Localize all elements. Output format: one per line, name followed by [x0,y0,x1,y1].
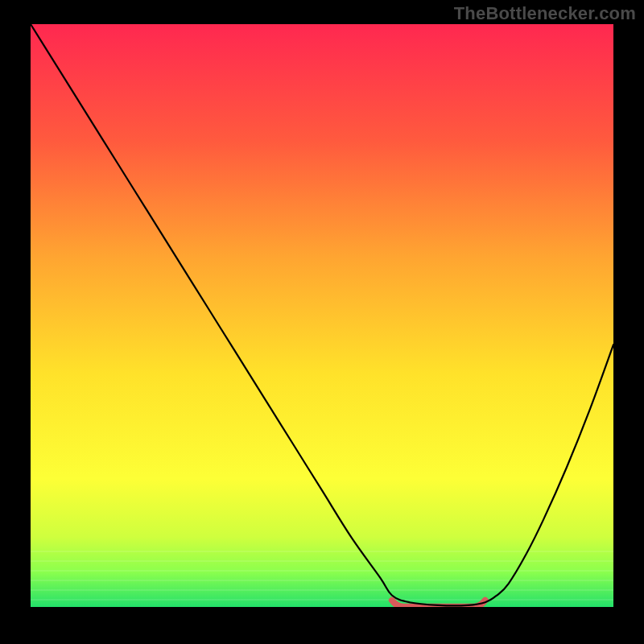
bottom-band-line [31,580,613,581]
bottom-band-line [31,551,613,552]
chart-svg [31,24,613,607]
chart-frame: TheBottleneсker.com [0,0,644,644]
bottom-band-line [31,599,613,601]
bottom-band-line [31,589,613,591]
chart-background [31,24,613,607]
bottom-band-line [31,570,613,572]
watermark-text: TheBottleneсker.com [454,3,636,24]
bottom-band-line [31,560,613,562]
plot-area [31,24,613,607]
